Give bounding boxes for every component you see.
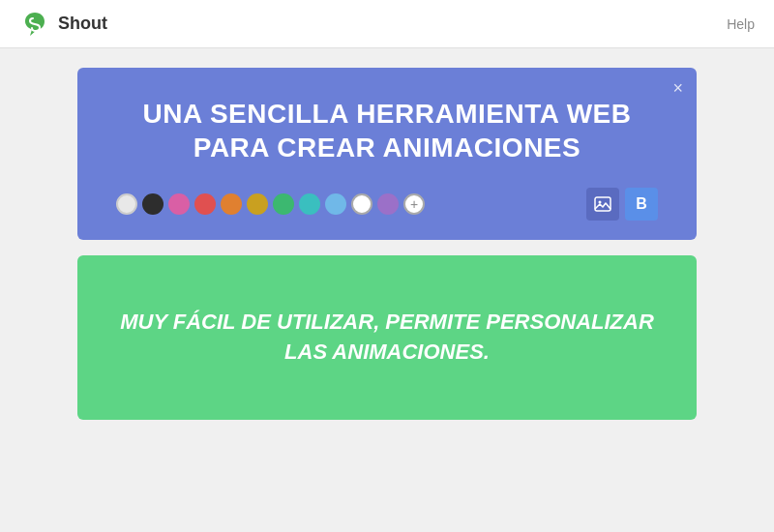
- app-logo-icon: [19, 9, 50, 40]
- swatch-black[interactable]: [142, 193, 164, 215]
- color-swatches: +: [116, 193, 425, 215]
- swatch-green[interactable]: [273, 193, 294, 215]
- image-button[interactable]: [586, 188, 619, 221]
- card-green-text: MUY FÁCIL DE UTILIZAR, PERMITE PERSONALI…: [116, 308, 658, 368]
- swatch-pink[interactable]: [168, 193, 190, 215]
- header-left: Shout: [19, 9, 107, 40]
- swatch-outline-white[interactable]: [351, 193, 372, 215]
- card-blue-title: UNA SENCILLA HERRAMIENTA WEB PARA CREAR …: [116, 97, 658, 164]
- help-link[interactable]: Help: [727, 16, 755, 32]
- swatch-teal[interactable]: [299, 193, 320, 215]
- bold-button[interactable]: B: [625, 188, 658, 221]
- main-content: × UNA SENCILLA HERRAMIENTA WEB PARA CREA…: [0, 48, 774, 532]
- add-swatch-button[interactable]: +: [403, 193, 425, 215]
- card-blue: × UNA SENCILLA HERRAMIENTA WEB PARA CREA…: [77, 68, 697, 240]
- card-controls: + B: [116, 188, 658, 221]
- image-icon: [594, 195, 611, 213]
- card-green: MUY FÁCIL DE UTILIZAR, PERMITE PERSONALI…: [77, 255, 697, 420]
- swatch-orange[interactable]: [221, 193, 242, 215]
- swatch-purple[interactable]: [377, 193, 399, 215]
- card-action-buttons: B: [586, 188, 658, 221]
- svg-rect-0: [595, 197, 610, 211]
- swatch-red[interactable]: [194, 193, 216, 215]
- svg-point-1: [599, 201, 602, 204]
- app-title: Shout: [58, 14, 107, 34]
- close-button[interactable]: ×: [672, 79, 683, 97]
- swatch-white[interactable]: [116, 193, 137, 215]
- app-header: Shout Help: [0, 0, 774, 48]
- swatch-gold[interactable]: [247, 193, 268, 215]
- swatch-lightblue[interactable]: [325, 193, 346, 215]
